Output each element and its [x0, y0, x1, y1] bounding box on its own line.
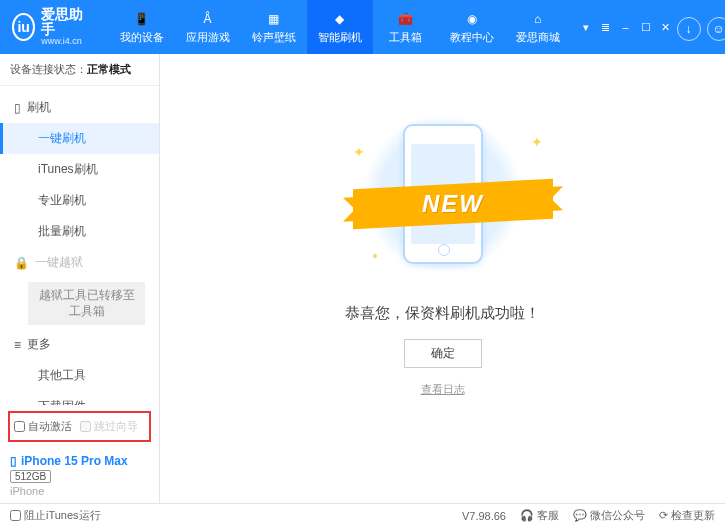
cb-skip-guide[interactable]: 跳过向导 — [80, 419, 138, 434]
connection-status: 设备连接状态：正常模式 — [0, 54, 159, 86]
store-icon: ⌂ — [529, 10, 547, 28]
group-jailbreak: 🔒 一键越狱 — [0, 247, 159, 278]
sidebar-item-onekey-flash[interactable]: 一键刷机 — [0, 123, 159, 154]
maximize-icon[interactable]: ☐ — [639, 20, 653, 34]
toolbox-icon: 🧰 — [397, 10, 415, 28]
sparkle-icon: • — [373, 248, 378, 264]
app-name: 爱思助手 — [41, 7, 86, 38]
storage-badge: 512GB — [10, 470, 51, 483]
success-message: 恭喜您，保资料刷机成功啦！ — [345, 304, 540, 323]
cb-auto-activate[interactable]: 自动激活 — [14, 419, 72, 434]
more-icon: ≡ — [14, 338, 21, 352]
skip-guide-checkbox — [80, 421, 91, 432]
device-type: iPhone — [10, 485, 149, 497]
device-info: ▯ iPhone 15 Pro Max 512GB iPhone — [0, 448, 159, 503]
device-icon: 📱 — [133, 10, 151, 28]
ok-button[interactable]: 确定 — [404, 339, 482, 368]
sparkle-icon: ✦ — [531, 134, 543, 150]
minimize-icon[interactable]: – — [619, 20, 633, 34]
lock-icon: 🔒 — [14, 256, 29, 270]
nav-store[interactable]: ⌂ 爱思商城 — [505, 0, 571, 54]
ringtone-icon: ▦ — [265, 10, 283, 28]
phone-icon: ▯ — [14, 101, 21, 115]
user-button[interactable]: ☺ — [707, 17, 725, 41]
check-update-link[interactable]: ⟳检查更新 — [659, 508, 715, 523]
nav-tutorial[interactable]: ◉ 教程中心 — [439, 0, 505, 54]
app-url: www.i4.cn — [41, 37, 86, 47]
support-link[interactable]: 🎧客服 — [520, 508, 559, 523]
flash-icon: ◆ — [331, 10, 349, 28]
jailbreak-note: 越狱工具已转移至工具箱 — [28, 282, 145, 325]
wechat-icon: 💬 — [573, 509, 587, 522]
sidebar-item-download-fw[interactable]: 下载固件 — [0, 391, 159, 405]
nav-ringtone[interactable]: ▦ 铃声壁纸 — [241, 0, 307, 54]
sidebar-item-itunes-flash[interactable]: iTunes刷机 — [0, 154, 159, 185]
sidebar-item-batch-flash[interactable]: 批量刷机 — [0, 216, 159, 247]
wechat-link[interactable]: 💬微信公众号 — [573, 508, 645, 523]
sparkle-icon: ✦ — [353, 144, 365, 160]
options-box: 自动激活 跳过向导 — [8, 411, 151, 442]
ribbon-text: NEW — [422, 190, 484, 218]
block-itunes-checkbox[interactable] — [10, 510, 21, 521]
download-button[interactable]: ↓ — [677, 17, 701, 41]
phone-small-icon: ▯ — [10, 454, 17, 468]
nav-apps[interactable]: Å 应用游戏 — [175, 0, 241, 54]
sidebar-item-pro-flash[interactable]: 专业刷机 — [0, 185, 159, 216]
group-more[interactable]: ≡ 更多 — [0, 329, 159, 360]
nav-my-device[interactable]: 📱 我的设备 — [109, 0, 175, 54]
nav-toolbox[interactable]: 🧰 工具箱 — [373, 0, 439, 54]
device-name[interactable]: ▯ iPhone 15 Pro Max — [10, 454, 149, 468]
close-icon[interactable]: ✕ — [659, 20, 673, 34]
group-flash[interactable]: ▯ 刷机 — [0, 92, 159, 123]
block-itunes[interactable]: 阻止iTunes运行 — [10, 508, 101, 523]
support-icon: 🎧 — [520, 509, 534, 522]
menu-icon[interactable]: ▾ — [579, 20, 593, 34]
tutorial-icon: ◉ — [463, 10, 481, 28]
sidebar-item-other-tools[interactable]: 其他工具 — [0, 360, 159, 391]
success-illustration: NEW ✦ ✦ • — [343, 114, 543, 274]
logo[interactable]: iu 爱思助手 www.i4.cn — [0, 7, 99, 48]
apps-icon: Å — [199, 10, 217, 28]
auto-activate-checkbox[interactable] — [14, 421, 25, 432]
view-log-link[interactable]: 查看日志 — [421, 382, 465, 397]
update-icon: ⟳ — [659, 509, 668, 522]
logo-icon: iu — [12, 13, 35, 41]
version-label: V7.98.66 — [462, 510, 506, 522]
nav-flash[interactable]: ◆ 智能刷机 — [307, 0, 373, 54]
grid-icon[interactable]: ≣ — [599, 20, 613, 34]
